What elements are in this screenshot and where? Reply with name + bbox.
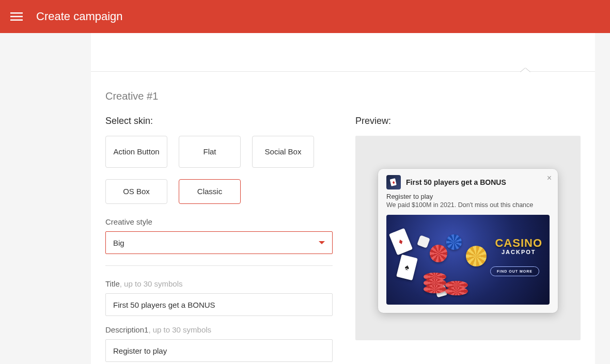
top-bar: Create campaign	[0, 0, 610, 33]
chevron-down-icon	[319, 241, 325, 244]
select-skin-label: Select skin:	[105, 116, 333, 126]
svg-rect-1	[10, 16, 23, 18]
creative-style-label: Creative style	[105, 217, 333, 226]
creative-style-value: Big	[113, 239, 124, 247]
close-icon[interactable]: ×	[547, 174, 552, 182]
preview-image-title: CASINO	[495, 238, 542, 249]
preview-image-subtitle: JACKPOT	[495, 249, 542, 255]
preview-description1: Register to play	[386, 193, 550, 200]
preview-label: Preview:	[355, 116, 581, 126]
preview-description2: We paid $100M in 2021. Don't miss out th…	[386, 201, 550, 209]
preview-image: ♦ ♠	[386, 215, 550, 305]
description1-field-label: Description1, up to 30 symbols	[105, 325, 333, 334]
creative-heading: Creative #1	[105, 90, 595, 102]
chevron-up-icon[interactable]	[521, 67, 530, 72]
description1-input[interactable]	[105, 339, 333, 362]
form-divider	[105, 265, 333, 266]
section-divider	[91, 71, 595, 72]
creative-style-select[interactable]: Big	[105, 231, 333, 254]
main-card: Creative #1 Select skin: Action Button F…	[91, 33, 595, 364]
preview-title: First 50 players get a BONUS	[406, 178, 506, 186]
skin-option-flat[interactable]: Flat	[179, 136, 241, 168]
skin-option-social-box[interactable]: Social Box	[252, 136, 314, 168]
skin-option-action-button[interactable]: Action Button	[105, 136, 167, 168]
title-field-label: Title, up to 30 symbols	[105, 279, 333, 288]
preview-area: × First 50 players get a BONUS Register …	[355, 136, 581, 340]
preview-app-icon	[386, 175, 401, 189]
skin-option-classic[interactable]: Classic	[179, 179, 241, 204]
skin-options: Action Button Flat Social Box OS Box Cla…	[105, 136, 333, 204]
title-input[interactable]	[105, 293, 333, 316]
menu-icon[interactable]	[6, 6, 27, 27]
svg-rect-0	[10, 12, 23, 14]
preview-notification: × First 50 players get a BONUS Register …	[378, 169, 558, 313]
preview-image-cta: FIND OUT MORE	[490, 266, 539, 276]
page-title: Create campaign	[36, 10, 123, 23]
svg-rect-2	[10, 20, 23, 21]
skin-option-os-box[interactable]: OS Box	[105, 179, 167, 204]
